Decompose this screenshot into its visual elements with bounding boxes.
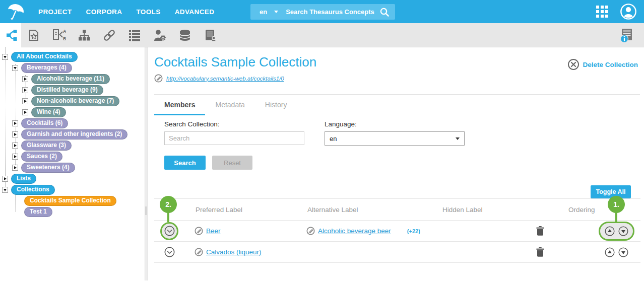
expand-row-icon[interactable] xyxy=(164,247,175,257)
menu-advanced[interactable]: ADVANCED xyxy=(168,8,222,16)
tree-leaf-spacer xyxy=(12,198,21,204)
tree-expand-icon[interactable] xyxy=(22,109,28,115)
menu-corpora[interactable]: CORPORA xyxy=(79,8,130,16)
annotation-balloon-1: 1. xyxy=(608,196,625,213)
user-avatar-icon[interactable] xyxy=(620,3,637,20)
tree-expand-icon[interactable] xyxy=(22,98,28,104)
trash-icon[interactable] xyxy=(536,226,544,236)
search-placeholder[interactable]: Search Thesaurus Concepts xyxy=(286,8,374,16)
tree-item-non-alcoholic-beverage[interactable]: Non-alcoholic beverage (7) xyxy=(0,96,145,107)
tree-item-alcoholic-beverage[interactable]: Alcoholic beverage (11) xyxy=(0,74,145,85)
tree-item-lists[interactable]: Lists xyxy=(0,173,145,184)
tab-members[interactable]: Members xyxy=(154,95,205,115)
move-up-icon[interactable] xyxy=(605,247,615,257)
list-button[interactable] xyxy=(122,23,147,47)
collection-uri-link[interactable]: http://vocabulary.semantic-web.at/cockta… xyxy=(166,76,284,82)
row-expand-wrap xyxy=(160,243,178,261)
search-language-select[interactable]: en xyxy=(260,8,267,16)
tree-item-all-about-cocktails[interactable]: All About Cocktails xyxy=(0,51,145,62)
poolparty-logo[interactable] xyxy=(0,2,31,21)
tree-expand-icon[interactable] xyxy=(12,131,18,137)
search-collection-input[interactable] xyxy=(164,131,304,145)
annotation-stem xyxy=(615,212,617,222)
toggle-all-button[interactable]: Toggle All xyxy=(591,185,631,198)
tree-collapse-icon[interactable] xyxy=(2,187,8,193)
tree-item-glassware[interactable]: Glassware (3) xyxy=(0,140,145,151)
tree-expand-icon[interactable] xyxy=(12,120,18,126)
tree-item-beverages[interactable]: Beverages (4) xyxy=(0,62,145,74)
row-expand-highlight xyxy=(160,222,178,240)
collection-detail-panel: Cocktails Sample Collection Delete Colle… xyxy=(148,47,644,280)
sitemap-button[interactable] xyxy=(72,23,97,47)
user-settings-button[interactable] xyxy=(147,23,172,47)
tree-item-cocktails[interactable]: Cocktails (6) xyxy=(0,118,145,129)
tree-expand-icon[interactable] xyxy=(22,76,28,82)
delete-collection-button[interactable]: Delete Collection xyxy=(567,58,638,71)
tab-metadata[interactable]: Metadata xyxy=(205,95,254,115)
tree-item-cocktails-sample-collection[interactable]: Cocktails Sample Collection xyxy=(0,195,145,206)
expand-row-icon[interactable] xyxy=(164,226,175,236)
language-select-value: en xyxy=(330,135,337,143)
move-down-icon[interactable] xyxy=(618,226,628,236)
edit-pencil-icon[interactable] xyxy=(306,227,315,235)
move-up-icon[interactable] xyxy=(605,226,615,236)
members-table: 2. 1. Preferred Label Alternative Label … xyxy=(154,198,640,263)
column-ordering: Ordering xyxy=(568,206,640,214)
tree-expand-icon[interactable] xyxy=(2,176,8,182)
search-icon[interactable] xyxy=(379,7,390,17)
splitter-grip-icon[interactable] xyxy=(146,206,147,215)
project-toolbar: A B xyxy=(0,23,644,47)
reset-button[interactable]: Reset xyxy=(212,156,252,170)
document-star-button[interactable] xyxy=(21,23,46,47)
tree-expand-icon[interactable] xyxy=(12,165,18,171)
table-header-row: Preferred Label Alternative Label Hidden… xyxy=(154,198,640,221)
page-title: Cocktails Sample Collection xyxy=(154,54,316,70)
tab-history[interactable]: History xyxy=(255,95,297,115)
tree-item-sauces[interactable]: Sauces (2) xyxy=(0,151,145,162)
search-button[interactable]: Search xyxy=(164,156,206,170)
chevron-down-icon[interactable] xyxy=(274,11,278,13)
table-row: Beer Alcoholic beverage beer (+22) xyxy=(154,221,640,242)
edit-pencil-icon[interactable] xyxy=(195,248,203,256)
translate-ab-button[interactable]: A B xyxy=(46,23,72,47)
edit-pencil-icon[interactable] xyxy=(195,227,203,235)
tree-item-distilled-beverage[interactable]: Distilled beverage (9) xyxy=(0,85,145,96)
alternative-label-link[interactable]: Alcoholic beverage beer xyxy=(318,227,391,235)
tree-item-wine[interactable]: Wine (4) xyxy=(0,107,145,118)
tree-item-test-1[interactable]: Test 1 xyxy=(0,206,145,218)
database-button[interactable] xyxy=(172,23,198,47)
server-user-button[interactable] xyxy=(198,23,223,47)
info-document-button[interactable] xyxy=(613,23,638,47)
sidebar-splitter[interactable] xyxy=(145,47,148,280)
preferred-label-link[interactable]: Calvados (liqueur) xyxy=(206,248,262,256)
tree-collapse-icon[interactable] xyxy=(2,54,8,60)
menu-tools[interactable]: TOOLS xyxy=(129,8,167,16)
table-row: Calvados (liqueur) xyxy=(154,242,640,263)
move-down-icon[interactable] xyxy=(618,247,628,257)
tree-item-garnish[interactable]: Garnish and other ingredients (2) xyxy=(0,129,145,140)
delete-circle-x-icon xyxy=(567,58,579,71)
app-grid-icon[interactable] xyxy=(596,5,609,18)
edit-pencil-icon[interactable] xyxy=(154,74,163,83)
tree-expand-icon[interactable] xyxy=(12,154,18,160)
column-alternative-label: Alternative Label xyxy=(296,206,431,214)
tree-item-collections[interactable]: Collections xyxy=(0,184,145,195)
link-button[interactable] xyxy=(97,23,122,47)
collection-tabs: Members Metadata History xyxy=(154,94,640,115)
tree-expand-icon[interactable] xyxy=(22,87,28,93)
menu-project[interactable]: PROJECT xyxy=(31,8,79,16)
language-label: Language: xyxy=(325,120,465,128)
trash-icon[interactable] xyxy=(536,247,544,257)
more-labels-badge[interactable]: (+22) xyxy=(407,228,420,234)
search-collection-label: Search Collection: xyxy=(164,120,304,128)
language-select[interactable]: en xyxy=(325,131,465,146)
delete-collection-label: Delete Collection xyxy=(583,61,638,68)
thesaurus-search-box[interactable]: en Search Thesaurus Concepts xyxy=(250,4,395,20)
tree-collapse-icon[interactable] xyxy=(12,65,18,71)
preferred-label-link[interactable]: Beer xyxy=(206,227,221,235)
svg-text:B: B xyxy=(63,36,66,41)
tree-expand-icon[interactable] xyxy=(12,143,18,149)
annotation-balloon-2: 2. xyxy=(160,196,177,213)
tree-item-sweeteners[interactable]: Sweeteners (4) xyxy=(0,162,145,173)
concept-tree-button[interactable] xyxy=(0,23,21,47)
